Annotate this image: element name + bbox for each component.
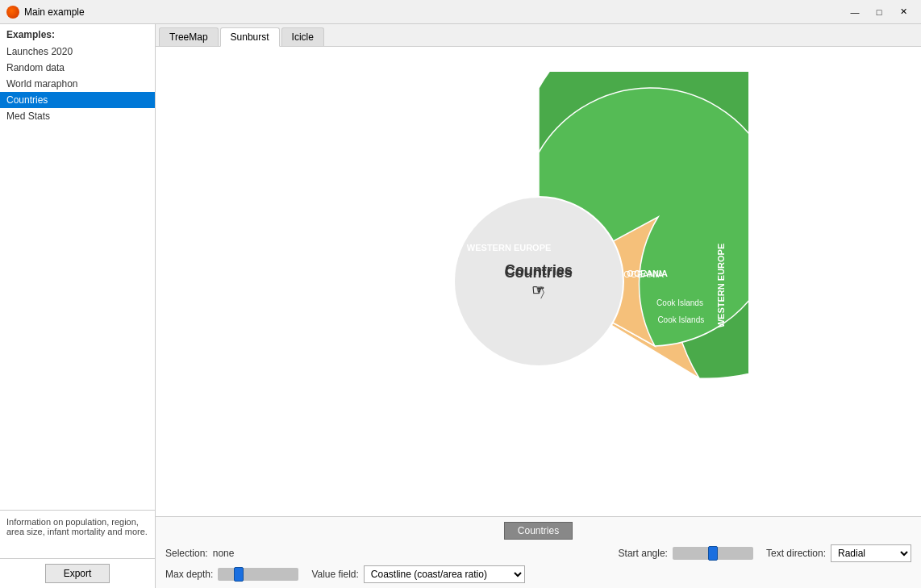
- main-content: Examples: Launches 2020Random dataWorld …: [0, 24, 921, 588]
- start-angle-label: Start angle:: [619, 548, 668, 559]
- controls-row1: Selection: none Start angle: Text direct…: [165, 544, 911, 562]
- export-button[interactable]: Export: [45, 564, 110, 583]
- monaco-label: Monaco: [418, 286, 449, 295]
- selection-group: Selection: none: [165, 548, 234, 559]
- titlebar: Main example — □ ✕: [0, 0, 921, 24]
- western-europe-label: WESTERN EUROPE: [716, 244, 726, 328]
- start-angle-slider[interactable]: [673, 547, 753, 560]
- cook-islands-label: Cook Islands: [656, 298, 703, 307]
- sidebar-list: Launches 2020Random dataWorld maraphonCo…: [0, 44, 155, 510]
- sidebar-export-row: Export: [0, 558, 155, 588]
- tab-treemap[interactable]: TreeMap: [159, 27, 219, 46]
- breadcrumb-row: Countries: [165, 522, 911, 540]
- sunburst-svg: Countries 〉 WESTERN EUROPE Monaco OCEANI…: [329, 72, 748, 491]
- cursor-icon: 〉: [540, 285, 544, 299]
- svg-point-0: [454, 197, 623, 366]
- selection-label: Selection:: [165, 548, 208, 559]
- examples-label: Examples:: [0, 24, 155, 44]
- text-direction-select[interactable]: RadialHorizontalVertical: [831, 544, 911, 562]
- app-body: Examples: Launches 2020Random dataWorld …: [0, 24, 921, 588]
- oceania-label: OCEANIA: [623, 269, 664, 279]
- tab-sunburst[interactable]: Sunburst: [220, 27, 280, 47]
- sidebar-item-random[interactable]: Random data: [0, 60, 155, 76]
- text-direction-label: Text direction:: [766, 548, 826, 559]
- sidebar-info: Information on population, region, area …: [0, 510, 155, 558]
- sidebar: Examples: Launches 2020Random dataWorld …: [0, 24, 156, 588]
- start-angle-group: Start angle:: [619, 547, 753, 560]
- value-field-select[interactable]: Coastline (coast/area ratio)PopulationAr…: [364, 565, 525, 583]
- sidebar-item-launches[interactable]: Launches 2020: [0, 44, 155, 60]
- max-depth-label: Max depth:: [165, 569, 213, 580]
- close-button[interactable]: ✕: [892, 4, 915, 20]
- selection-value: none: [213, 548, 235, 559]
- minimize-button[interactable]: —: [844, 4, 866, 20]
- chart-area[interactable]: Countries 〉 WESTERN EUROPE Monaco OCEANI…: [156, 47, 921, 516]
- max-depth-group: Max depth:: [165, 568, 298, 581]
- text-direction-group: Text direction: RadialHorizontalVertical: [766, 544, 911, 562]
- tab-icicle[interactable]: Icicle: [281, 27, 324, 46]
- right-panel: TreeMapSunburstIcicle: [156, 24, 921, 588]
- maximize-button[interactable]: □: [868, 4, 890, 20]
- tabs-bar: TreeMapSunburstIcicle: [156, 24, 921, 47]
- value-field-group: Value field: Coastline (coast/area ratio…: [311, 565, 524, 583]
- titlebar-title: Main example: [24, 6, 844, 18]
- sidebar-item-countries[interactable]: Countries: [0, 92, 155, 108]
- controls-row2: Max depth: Value field: Coastline (coast…: [165, 565, 911, 583]
- value-field-label: Value field:: [311, 569, 358, 580]
- breadcrumb-button[interactable]: Countries: [504, 522, 573, 540]
- max-depth-slider[interactable]: [218, 568, 298, 581]
- sidebar-item-med[interactable]: Med Stats: [0, 108, 155, 124]
- window-controls: — □ ✕: [844, 4, 915, 20]
- center-label: Countries: [504, 262, 572, 278]
- app-icon: [6, 6, 19, 19]
- sidebar-item-world[interactable]: World maraphon: [0, 76, 155, 92]
- bottom-controls: Countries Selection: none Start angle: T…: [156, 516, 921, 588]
- sunburst-chart[interactable]: Countries 〉 WESTERN EUROPE Monaco OCEANI…: [329, 72, 748, 491]
